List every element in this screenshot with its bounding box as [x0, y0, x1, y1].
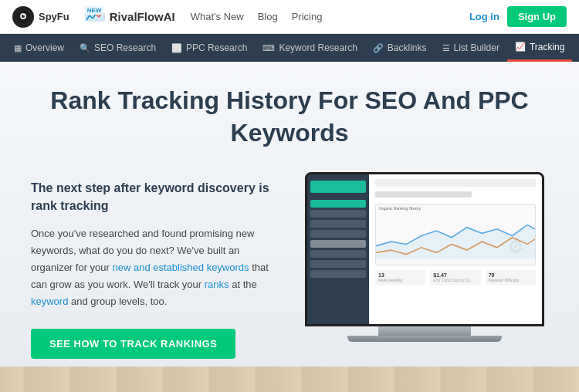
blog-link[interactable]: Blog: [258, 11, 278, 22]
monitor-stat-difficulty: 70 Keyword Difficulty: [486, 270, 536, 285]
nav-item-list-builder[interactable]: ☰ List Builder: [435, 34, 507, 62]
monitor-base: [347, 336, 502, 342]
monitor-stats: 13 Rank (weekly) $1.47 EST Click Cost (U…: [375, 270, 536, 285]
top-nav-actions: Log in Sign Up: [469, 6, 567, 27]
backlinks-icon: 🔗: [373, 43, 384, 53]
monitor-sidebar-item: [310, 260, 366, 268]
logo-area: SpyFu: [12, 6, 69, 28]
nav-item-reports[interactable]: 📄 Reports: [572, 34, 579, 62]
monitor-sidebar-item: [310, 230, 366, 238]
nav-ppc-label: PPC Research: [186, 42, 247, 53]
nav-keyword-label: Keyword Research: [279, 42, 357, 53]
monitor-stand: [378, 326, 471, 336]
keyword-icon: ⌨: [262, 43, 275, 53]
secondary-navigation: ▦ Overview 🔍 SEO Research ⬜ PPC Research…: [0, 34, 579, 62]
stat-rank-value: 13: [378, 272, 422, 278]
hero-subtitle: The next step after keyword discovery is…: [31, 180, 278, 215]
spyfu-logo[interactable]: [12, 6, 34, 28]
whats-new-link[interactable]: What's New: [191, 11, 244, 22]
monitor-sidebar-item: [310, 250, 366, 258]
hero-content: The next step after keyword discovery is…: [31, 172, 548, 359]
monitor-stat-cpc: $1.47 EST Click Cost (U.S.): [430, 270, 480, 285]
monitor-stat-rank: 13 Rank (weekly): [375, 270, 425, 285]
monitor-sidebar-item: [310, 240, 366, 248]
login-button[interactable]: Log in: [469, 11, 499, 22]
stat-cpc-label: EST Click Cost (U.S.): [433, 278, 477, 282]
chart-watermark: ⚙: [504, 235, 527, 259]
pricing-link[interactable]: Pricing: [292, 11, 323, 22]
nav-item-ppc-research[interactable]: ⬜ PPC Research: [164, 34, 255, 62]
stat-difficulty-label: Keyword Difficulty: [489, 278, 533, 282]
chart-label: Organic Ranking History: [376, 204, 535, 212]
nav-item-seo-research[interactable]: 🔍 SEO Research: [72, 34, 164, 62]
monitor-screen: Organic Ranking History ⚙: [305, 172, 544, 326]
tracking-icon: 📈: [515, 42, 526, 52]
stat-cpc-value: $1.47: [433, 272, 477, 278]
monitor-sidebar-item: [310, 270, 366, 278]
monitor-sidebar-item: [310, 220, 366, 228]
monitor-sidebar-item: [310, 210, 366, 218]
hero-text-block: The next step after keyword discovery is…: [31, 172, 278, 359]
rivalflow-label: RivalFlowAI: [110, 10, 175, 23]
list-builder-icon: ☰: [442, 43, 450, 53]
nav-item-tracking[interactable]: 📈 Tracking: [507, 34, 573, 62]
monitor-sidebar-item: [310, 200, 366, 208]
seo-icon: 🔍: [80, 43, 90, 53]
monitor-title-bar: [375, 191, 472, 198]
top-nav-links: What's New Blog Pricing: [191, 11, 469, 22]
monitor-header-bar: [375, 179, 536, 187]
rivalflow-icon: NEW: [85, 9, 107, 25]
nav-item-keyword-research[interactable]: ⌨ Keyword Research: [255, 34, 364, 62]
nav-item-overview[interactable]: ▦ Overview: [6, 34, 72, 62]
signup-button[interactable]: Sign Up: [507, 6, 567, 27]
nav-item-backlinks[interactable]: 🔗 Backlinks: [365, 34, 435, 62]
overview-icon: ▦: [14, 43, 22, 53]
hero-title: Rank Tracking History For SEO And PPC Ke…: [31, 85, 548, 149]
nav-overview-label: Overview: [25, 42, 64, 53]
floor-decoration: [0, 367, 579, 392]
monitor-chart: Organic Ranking History ⚙: [375, 204, 536, 265]
stat-difficulty-value: 70: [489, 272, 533, 278]
monitor-sidebar-logo: [310, 181, 366, 193]
spyfu-label: SpyFu: [39, 11, 69, 22]
monitor-sidebar: [307, 174, 369, 324]
nav-seo-label: SEO Research: [94, 42, 156, 53]
cta-button[interactable]: SEE HOW TO TRACK RANKINGS: [31, 329, 235, 359]
top-navigation: SpyFu NEW RivalFlowAI What's New Blog Pr…: [0, 0, 579, 34]
nav-tracking-label: Tracking: [530, 42, 565, 52]
hero-monitor: Organic Ranking History ⚙: [301, 172, 548, 342]
nav-backlinks-label: Backlinks: [388, 42, 427, 53]
rivalflow-logo[interactable]: NEW RivalFlowAI: [85, 9, 175, 25]
ppc-icon: ⬜: [171, 43, 182, 53]
monitor-main-area: Organic Ranking History ⚙: [369, 174, 542, 324]
stat-rank-label: Rank (weekly): [378, 278, 422, 282]
hero-section: Rank Tracking History For SEO And PPC Ke…: [0, 62, 579, 367]
new-badge: NEW: [85, 6, 104, 15]
svg-point-3: [23, 15, 25, 16]
nav-list-builder-label: List Builder: [454, 42, 499, 53]
hero-body-text: Once you've researched and found promisi…: [31, 225, 278, 310]
